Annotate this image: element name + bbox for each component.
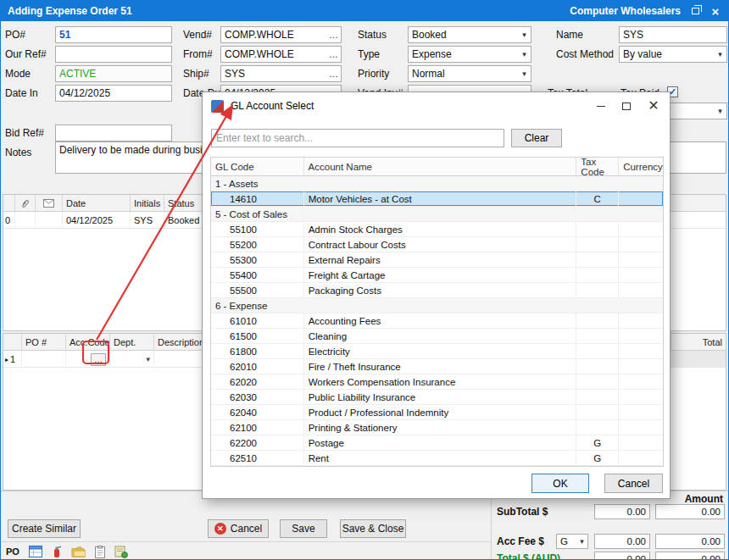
gl-cell-cur — [619, 390, 663, 404]
save-button[interactable]: Save — [280, 519, 327, 538]
date-column-header[interactable]: Date — [63, 195, 131, 212]
bid-ref-input[interactable] — [55, 125, 172, 141]
vend-lookup-ellipsis-icon[interactable]: … — [327, 27, 341, 42]
grid-icon[interactable] — [29, 546, 42, 557]
dept-column-header[interactable]: Dept. — [110, 334, 154, 351]
status-combo[interactable]: Booked▾ — [408, 26, 531, 43]
gl-account-row[interactable]: 55300External Repairs — [211, 252, 663, 268]
acc-fee-label: Acc Fee $ — [497, 535, 544, 547]
acc-fee-tax-combo[interactable]: G▾ — [556, 534, 588, 549]
gl-search-input[interactable] — [211, 129, 504, 147]
maximize-button[interactable] — [614, 93, 639, 119]
extinguisher-icon[interactable] — [52, 546, 62, 558]
cost-method-combo[interactable]: By value▾ — [619, 46, 727, 63]
from-lookup-ellipsis-icon[interactable]: … — [327, 47, 341, 62]
po-cell[interactable] — [22, 351, 66, 368]
currency-column-header[interactable]: Currency — [619, 158, 663, 175]
our-ref-input[interactable] — [55, 46, 172, 63]
from-label: From# — [183, 46, 213, 63]
initials-column-header[interactable]: Initials — [131, 195, 164, 212]
from-input[interactable]: COMP.WHOLE… — [220, 46, 342, 63]
save-close-button[interactable]: Save & Close — [340, 519, 406, 538]
dept-cell[interactable]: ▾ — [110, 351, 154, 368]
close-button[interactable]: × — [706, 1, 725, 21]
gl-cell-cur — [619, 252, 663, 267]
gl-code-column-header[interactable]: GL Code — [211, 158, 304, 175]
name-input[interactable]: SYS — [619, 26, 727, 43]
clipboard-icon[interactable] — [95, 546, 105, 558]
chevron-down-icon[interactable]: ▾ — [146, 355, 150, 363]
email-icon[interactable] — [36, 195, 63, 212]
summary-divider — [491, 491, 492, 560]
gl-cell-cur — [619, 420, 663, 435]
restore-button[interactable] — [686, 1, 704, 21]
app-icon — [211, 100, 224, 113]
gl-group-row[interactable]: 1 - Assets — [211, 176, 663, 191]
chevron-down-icon[interactable]: ▾ — [714, 47, 726, 62]
name-label: Name — [556, 26, 583, 43]
total-column-header[interactable]: Total — [671, 334, 726, 351]
gl-account-row[interactable]: 55100Admin Stock Charges — [211, 222, 663, 237]
gl-account-row[interactable]: 61010Accounting Fees — [211, 313, 663, 329]
gl-account-row[interactable]: 62010Fire / Theft Insurance — [211, 359, 663, 374]
po-tab-label[interactable]: PO — [6, 546, 19, 557]
gl-account-row[interactable]: 62100Printing & Stationery — [211, 420, 663, 435]
gl-account-row[interactable]: 62200PostageG — [211, 435, 663, 451]
gl-account-row[interactable]: 62030Public Liability Insurance — [211, 390, 663, 405]
gl-group-row[interactable]: 6 - Expense — [211, 298, 663, 313]
status-column-header[interactable]: Status — [164, 195, 207, 212]
gl-account-row[interactable]: 61500Cleaning — [211, 329, 663, 344]
acc-code-column-header[interactable]: Acc.Code — [66, 334, 110, 351]
gl-cell-tax — [576, 283, 619, 297]
gl-account-row[interactable]: 62510RentG — [211, 451, 663, 466]
dialog-close-button[interactable]: ✕ — [641, 93, 666, 119]
gl-cell-name: Postage — [304, 435, 577, 450]
chevron-down-icon[interactable]: ▾ — [576, 535, 587, 548]
gl-group-row[interactable]: 5 - Cost of Sales — [211, 207, 663, 222]
create-similar-button[interactable]: Create Similar — [8, 519, 81, 538]
chevron-down-icon[interactable]: ▾ — [518, 27, 531, 42]
gl-account-row[interactable]: 55200Contract Labour Costs — [211, 237, 663, 252]
cancel-button[interactable]: ✕Cancel — [208, 519, 269, 538]
gl-cell-code: 62510 — [211, 451, 304, 465]
status-cell: Booked — [164, 212, 207, 229]
account-name-column-header[interactable]: Account Name — [304, 158, 577, 175]
gl-cell-name: External Repairs — [304, 252, 577, 267]
folder-icon[interactable] — [71, 546, 86, 557]
ship-lookup-ellipsis-icon[interactable]: … — [327, 66, 341, 81]
tax-code-column-header[interactable]: Tax Code — [576, 158, 619, 175]
clear-button[interactable]: Clear — [511, 129, 562, 147]
gl-account-row[interactable]: 61800Electricity — [211, 344, 663, 359]
subtotal-amount-field: 0.00 — [655, 504, 725, 519]
gl-account-row[interactable]: 55500Packaging Costs — [211, 283, 663, 298]
stamp-icon[interactable] — [114, 546, 128, 558]
chevron-down-icon[interactable]: ▾ — [518, 66, 531, 81]
acc-fee-field[interactable]: 0.00 — [594, 534, 650, 549]
gl-account-row[interactable]: 62040Product / Professional Indemnity — [211, 405, 663, 420]
date-in-input[interactable]: 04/12/2025 — [55, 85, 172, 102]
type-combo[interactable]: Expense▾ — [408, 46, 531, 63]
dialog-cancel-button[interactable]: Cancel — [604, 474, 663, 493]
acc-fee-amount-field: 0.00 — [655, 534, 725, 549]
paperclip-icon[interactable] — [15, 195, 36, 212]
ok-button[interactable]: OK — [531, 474, 589, 493]
po-input[interactable]: 51 — [55, 26, 172, 43]
bid-ref-label: Bid Ref# — [5, 125, 44, 141]
chevron-down-icon[interactable]: ▾ — [518, 47, 531, 62]
gl-account-row[interactable]: 55400Freight & Cartage — [211, 268, 663, 283]
chevron-down-icon[interactable]: ▾ — [714, 103, 726, 119]
gl-cell-code: 55500 — [211, 283, 304, 297]
gl-account-row[interactable]: 62020Workers Compensation Insurance — [211, 374, 663, 390]
subtotal-field[interactable]: 0.00 — [594, 504, 650, 519]
priority-label: Priority — [358, 65, 389, 82]
minimize-button[interactable] — [588, 93, 614, 119]
acc-code-lookup-button[interactable]: … — [91, 353, 106, 366]
vend-input[interactable]: COMP.WHOLE… — [220, 26, 342, 43]
ship-input[interactable]: SYS… — [220, 65, 342, 82]
gl-account-row[interactable]: 14610Motor Vehicles - at CostC — [211, 191, 663, 207]
notes-label: Notes — [5, 144, 31, 161]
po-column-header[interactable]: PO # — [22, 334, 66, 351]
priority-combo[interactable]: Normal▾ — [408, 65, 531, 82]
acc-code-cell[interactable]: … — [66, 351, 110, 368]
gl-cell-code: 62030 — [211, 390, 304, 404]
